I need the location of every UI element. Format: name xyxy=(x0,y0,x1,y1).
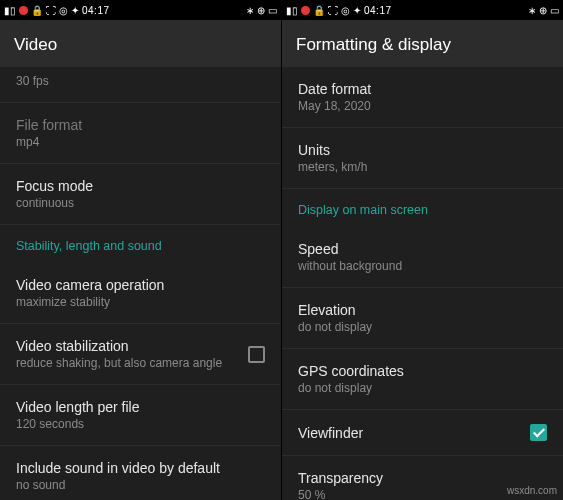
status-left: ▮▯ 🔒 ⛶ ◎ ✦ 04:17 xyxy=(4,5,110,16)
camera-icon: ◎ xyxy=(341,5,350,16)
battery-icon: ▭ xyxy=(550,5,559,16)
item-sub: do not display xyxy=(298,381,547,395)
item-sub: without background xyxy=(298,259,547,273)
item-camera-operation[interactable]: Video camera operation maximize stabilit… xyxy=(0,263,281,324)
status-right: ∗ ⊕ ▭ xyxy=(246,5,277,16)
item-fps[interactable]: 30 fps xyxy=(0,67,281,103)
red-dot-icon xyxy=(19,6,28,15)
signal-icon: ▮▯ xyxy=(4,5,16,16)
item-title: Focus mode xyxy=(16,178,265,194)
checkbox-viewfinder[interactable] xyxy=(530,424,547,441)
item-title: File format xyxy=(16,117,265,133)
item-file-format[interactable]: File format mp4 xyxy=(0,103,281,164)
item-title: Viewfinder xyxy=(298,425,363,441)
item-title: Units xyxy=(298,142,547,158)
item-elevation[interactable]: Elevation do not display xyxy=(282,288,563,349)
item-title: Speed xyxy=(298,241,547,257)
item-title: Transparency xyxy=(298,470,547,486)
item-sub: continuous xyxy=(16,196,265,210)
cast-icon: ⊕ xyxy=(539,5,547,16)
item-sub: 120 seconds xyxy=(16,417,265,431)
red-dot-icon xyxy=(301,6,310,15)
clock: 04:17 xyxy=(82,5,110,16)
battery-icon: ▭ xyxy=(268,5,277,16)
lock-icon: 🔒 xyxy=(31,5,43,16)
item-title: Elevation xyxy=(298,302,547,318)
item-title: Video stabilization xyxy=(16,338,222,354)
clock: 04:17 xyxy=(364,5,392,16)
page-title: Formatting & display xyxy=(282,20,563,67)
item-sub: maximize stability xyxy=(16,295,265,309)
signal-icon: ▮▯ xyxy=(286,5,298,16)
item-title: Include sound in video by default xyxy=(16,460,265,476)
watermark: wsxdn.com xyxy=(507,485,557,496)
phone-right: ▮▯ 🔒 ⛶ ◎ ✦ 04:17 ∗ ⊕ ▭ Formatting & disp… xyxy=(281,0,563,500)
aperture-icon: ✦ xyxy=(353,5,361,16)
status-bar: ▮▯ 🔒 ⛶ ◎ ✦ 04:17 ∗ ⊕ ▭ xyxy=(282,0,563,20)
item-video-length[interactable]: Video length per file 120 seconds xyxy=(0,385,281,446)
item-units[interactable]: Units meters, km/h xyxy=(282,128,563,189)
item-title: Video camera operation xyxy=(16,277,265,293)
lock-icon: 🔒 xyxy=(313,5,325,16)
phone-left: ▮▯ 🔒 ⛶ ◎ ✦ 04:17 ∗ ⊕ ▭ Video 30 fps File… xyxy=(0,0,281,500)
item-title: GPS coordinates xyxy=(298,363,547,379)
fullscreen-icon: ⛶ xyxy=(46,5,56,16)
checkbox-stabilization[interactable] xyxy=(248,346,265,363)
item-include-sound[interactable]: Include sound in video by default no sou… xyxy=(0,446,281,500)
item-viewfinder[interactable]: Viewfinder xyxy=(282,410,563,456)
settings-list[interactable]: 30 fps File format mp4 Focus mode contin… xyxy=(0,67,281,500)
section-stability: Stability, length and sound xyxy=(0,225,281,263)
status-right: ∗ ⊕ ▭ xyxy=(528,5,559,16)
item-focus-mode[interactable]: Focus mode continuous xyxy=(0,164,281,225)
item-title: Date format xyxy=(298,81,547,97)
item-title: Video length per file xyxy=(16,399,265,415)
item-date-format[interactable]: Date format May 18, 2020 xyxy=(282,67,563,128)
item-sub: do not display xyxy=(298,320,547,334)
bluetooth-icon: ∗ xyxy=(246,5,254,16)
fullscreen-icon: ⛶ xyxy=(328,5,338,16)
camera-icon: ◎ xyxy=(59,5,68,16)
page-title: Video xyxy=(0,20,281,67)
status-left: ▮▯ 🔒 ⛶ ◎ ✦ 04:17 xyxy=(286,5,392,16)
item-sub: reduce shaking, but also camera angle xyxy=(16,356,222,370)
status-bar: ▮▯ 🔒 ⛶ ◎ ✦ 04:17 ∗ ⊕ ▭ xyxy=(0,0,281,20)
item-sub: May 18, 2020 xyxy=(298,99,547,113)
cast-icon: ⊕ xyxy=(257,5,265,16)
bluetooth-icon: ∗ xyxy=(528,5,536,16)
item-fps-sub: 30 fps xyxy=(16,74,265,88)
settings-list[interactable]: Date format May 18, 2020 Units meters, k… xyxy=(282,67,563,500)
item-sub: meters, km/h xyxy=(298,160,547,174)
item-sub: no sound xyxy=(16,478,265,492)
aperture-icon: ✦ xyxy=(71,5,79,16)
item-speed[interactable]: Speed without background xyxy=(282,227,563,288)
item-gps[interactable]: GPS coordinates do not display xyxy=(282,349,563,410)
item-sub: mp4 xyxy=(16,135,265,149)
item-stabilization[interactable]: Video stabilization reduce shaking, but … xyxy=(0,324,281,385)
section-display-main: Display on main screen xyxy=(282,189,563,227)
